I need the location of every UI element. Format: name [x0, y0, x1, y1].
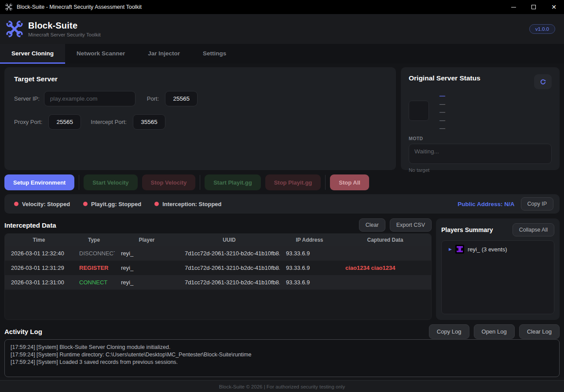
- clear-log-button[interactable]: Clear Log: [519, 324, 560, 339]
- cell-player: reyi_: [115, 250, 179, 257]
- separator: [325, 175, 326, 190]
- playit-status-label: Playit.gg: Stopped: [91, 201, 141, 207]
- player-avatar: [455, 245, 464, 254]
- table-row[interactable]: 2026-03-01 12:32:40 DISCONNECT reyi_ 7d1…: [5, 246, 431, 261]
- close-button[interactable]: ✕: [544, 0, 564, 14]
- start-velocity-button[interactable]: Start Velocity: [84, 174, 137, 190]
- motd-label: MOTD: [409, 136, 552, 141]
- tab-bar: Server Cloning Network Scanner Jar Injec…: [0, 44, 564, 64]
- target-server-title: Target Server: [14, 75, 386, 83]
- top-panels-row: Target Server Server IP: Port: Proxy Por…: [4, 67, 560, 170]
- interception-status-label: Interception: Stopped: [162, 201, 221, 207]
- playit-status: Playit.gg: Stopped: [83, 201, 141, 207]
- server-info-dash: —: [439, 117, 445, 123]
- table-row[interactable]: 2026-03-01 12:31:00 CONNECT reyi_ 7d1cc7…: [5, 275, 431, 290]
- server-status-text: No target: [409, 167, 552, 173]
- version-badge: v1.0.0: [529, 24, 555, 34]
- cell-uuid: 7d1cc72d-2061-3210-b2dc-41b10fb8...: [179, 250, 280, 257]
- interception-status: Interception: Stopped: [154, 201, 221, 207]
- copy-ip-button[interactable]: Copy IP: [521, 197, 553, 211]
- minimize-icon: [511, 7, 516, 7]
- data-row: Intercepted Data Clear Export CSV Time T…: [4, 218, 560, 320]
- players-summary-title: Players Summary: [441, 226, 493, 233]
- app-title: Block-Suite: [28, 21, 101, 31]
- velocity-status: Velocity: Stopped: [14, 201, 70, 207]
- maximize-button[interactable]: [524, 0, 544, 14]
- proxy-ports-row: Proxy Port: Intercept Port:: [14, 114, 386, 130]
- intercept-port-input[interactable]: [133, 114, 165, 130]
- separator: [200, 175, 200, 190]
- cell-type: REGISTER: [73, 265, 115, 271]
- public-address-text: Public Address: N/A: [458, 201, 514, 207]
- crossed-wrenches-logo-icon: [6, 21, 23, 37]
- footer-text: Block-Suite © 2026 | For authorized secu…: [219, 384, 345, 389]
- cell-ip: 93.33.6.9: [280, 265, 339, 271]
- cell-time: 2026-03-01 12:31:00: [5, 279, 73, 286]
- col-header-uuid: UUID: [179, 237, 280, 243]
- cell-player: reyi_: [115, 279, 179, 286]
- expand-arrow-icon[interactable]: ▶: [449, 247, 452, 251]
- tab-settings[interactable]: Settings: [191, 44, 238, 64]
- server-ip-label: Server IP:: [14, 95, 40, 102]
- col-header-ip: IP Address: [280, 237, 339, 243]
- col-header-captured: Captured Data: [339, 237, 431, 243]
- intercepted-data-header: Intercepted Data Clear Export CSV: [4, 218, 432, 232]
- log-line: [17:59:24] [System] Runtime directory: C…: [11, 351, 553, 359]
- intercepted-data-title: Intercepted Data: [4, 221, 56, 229]
- cell-captured: ciao1234 ciao1234: [339, 265, 431, 271]
- tab-network-scanner[interactable]: Network Scanner: [65, 44, 136, 64]
- log-line: [17:59:24] [System] Loaded 3 saved recor…: [11, 359, 553, 366]
- player-tree-item[interactable]: ▶ reyi_ (3 events): [446, 245, 549, 254]
- clear-data-button[interactable]: Clear: [359, 218, 385, 232]
- server-favicon-placeholder: [409, 101, 429, 121]
- status-bar: Velocity: Stopped Playit.gg: Stopped Int…: [4, 194, 560, 214]
- open-log-button[interactable]: Open Log: [474, 324, 515, 339]
- activity-log-output[interactable]: [17:59:24] [System] Block-Suite Server C…: [4, 339, 560, 377]
- cell-ip: 93.33.6.9: [280, 279, 339, 286]
- start-playit-button[interactable]: Start Playit.gg: [205, 174, 260, 190]
- players-list: ▶ reyi_ (3 events): [441, 240, 554, 314]
- app-subtitle: Minecraft Server Security Toolkit: [28, 32, 101, 37]
- stop-all-button[interactable]: Stop All: [330, 174, 369, 190]
- tab-server-cloning[interactable]: Server Cloning: [0, 44, 65, 64]
- cell-time: 2026-03-01 12:32:40: [5, 250, 73, 257]
- motd-box: Waiting...: [409, 144, 552, 164]
- server-ip-input[interactable]: [44, 91, 136, 106]
- refresh-icon: [539, 78, 547, 86]
- export-csv-button[interactable]: Export CSV: [390, 218, 432, 232]
- close-icon: ✕: [551, 4, 557, 10]
- collapse-all-button[interactable]: Collapse All: [513, 223, 554, 236]
- status-dot-icon: [14, 202, 18, 206]
- table-row[interactable]: 2026-03-01 12:31:29 REGISTER reyi_ 7d1cc…: [5, 261, 431, 275]
- proxy-port-label: Proxy Port:: [14, 119, 42, 125]
- cell-player: reyi_: [115, 265, 179, 271]
- table-header-row: Time Type Player UUID IP Address Capture…: [5, 234, 431, 246]
- port-input[interactable]: [165, 91, 198, 106]
- intercept-port-label: Intercept Port:: [91, 119, 127, 125]
- server-ip-row: Server IP: Port:: [14, 91, 386, 106]
- col-header-time: Time: [5, 237, 73, 243]
- minimize-button[interactable]: [503, 0, 524, 14]
- server-info-dash: —: [439, 125, 445, 131]
- server-status-title: Original Server Status: [409, 74, 480, 82]
- copy-log-button[interactable]: Copy Log: [429, 324, 469, 339]
- separator: [79, 175, 79, 190]
- server-info-dash: —: [439, 101, 445, 107]
- intercepted-data-table: Time Type Player UUID IP Address Capture…: [4, 233, 432, 320]
- main-content: Target Server Server IP: Port: Proxy Por…: [0, 64, 564, 377]
- cell-ip: 93.33.6.9: [280, 250, 339, 257]
- setup-environment-button[interactable]: Setup Environment: [4, 174, 74, 190]
- proxy-port-input[interactable]: [48, 114, 81, 130]
- tab-jar-injector[interactable]: Jar Injector: [136, 44, 191, 64]
- stop-playit-button[interactable]: Stop Playit.gg: [265, 174, 321, 190]
- original-server-status-panel: Original Server Status — — — —: [401, 67, 560, 170]
- refresh-status-button[interactable]: [534, 74, 552, 89]
- window-title: Block-Suite - Minecraft Security Assessm…: [17, 4, 142, 10]
- app-window: Block-Suite - Minecraft Security Assessm…: [0, 0, 564, 392]
- maximize-icon: [531, 5, 536, 9]
- stop-velocity-button[interactable]: Stop Velocity: [142, 174, 196, 190]
- activity-log-header: Activity Log Copy Log Open Log Clear Log: [4, 324, 560, 338]
- cell-type: DISCONNECT: [73, 250, 115, 257]
- player-label: reyi_ (3 events): [468, 246, 507, 253]
- app-footer: Block-Suite © 2026 | For authorized secu…: [0, 380, 564, 392]
